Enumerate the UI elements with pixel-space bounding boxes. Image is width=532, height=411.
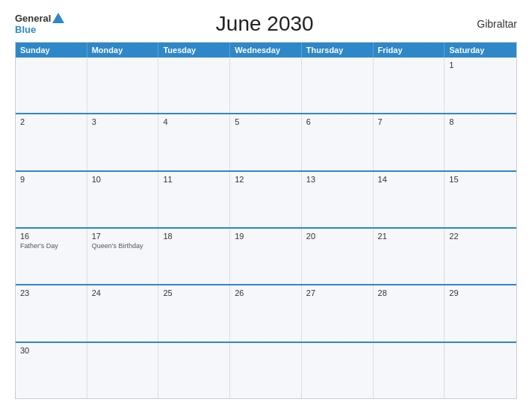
day-header-sunday: Sunday [16, 43, 87, 58]
day-number: 23 [20, 288, 82, 297]
day-header-wednesday: Wednesday [230, 43, 302, 58]
day-cell [158, 343, 230, 398]
logo-blue-text: Blue [15, 25, 36, 35]
day-number: 24 [92, 288, 154, 297]
week-row-6: 30 [16, 342, 516, 398]
page-title: June 2030 [64, 12, 465, 36]
day-cell: 5 [230, 114, 302, 170]
day-number: 30 [20, 346, 82, 355]
day-cell: 19 [230, 229, 302, 284]
page-header: General Blue June 2030 Gibraltar [15, 12, 517, 36]
day-cell: 20 [302, 229, 374, 284]
day-cell [374, 58, 445, 113]
day-cell: 17Queen's Birthday [87, 229, 159, 284]
week-row-4: 16Father's Day17Queen's Birthday18192021… [16, 227, 516, 284]
day-cell [230, 343, 302, 398]
day-cell [87, 343, 159, 398]
day-cell: 28 [374, 285, 445, 341]
day-number: 5 [235, 117, 297, 126]
week-row-2: 2345678 [16, 113, 516, 170]
day-number: 29 [449, 288, 512, 297]
day-cell: 8 [445, 114, 516, 170]
week-row-3: 9101112131415 [16, 170, 516, 227]
day-cell: 3 [87, 114, 159, 170]
day-cell: 16Father's Day [16, 229, 87, 284]
day-cell [445, 343, 516, 398]
week-row-1: 1 [16, 58, 516, 113]
day-number: 10 [92, 175, 154, 184]
day-number: 16 [20, 232, 82, 241]
day-cell: 4 [158, 114, 230, 170]
day-cell: 14 [374, 172, 445, 227]
day-number: 15 [449, 175, 512, 184]
weeks-container: 12345678910111213141516Father's Day17Que… [16, 58, 516, 398]
day-cell [87, 58, 159, 113]
day-number: 14 [378, 175, 440, 184]
event-text: Father's Day [20, 242, 82, 250]
day-cell: 25 [158, 285, 230, 341]
logo-row1: General [15, 13, 64, 25]
day-number: 4 [163, 117, 225, 126]
day-number: 22 [449, 232, 512, 241]
day-number: 17 [92, 232, 154, 241]
day-number: 27 [306, 288, 368, 297]
day-cell: 18 [158, 229, 230, 284]
day-number: 26 [235, 288, 297, 297]
day-cell [230, 58, 302, 113]
day-cell: 22 [445, 229, 516, 284]
day-cell [158, 58, 230, 113]
day-cell: 24 [87, 285, 159, 341]
day-cell: 11 [158, 172, 230, 227]
day-cell: 30 [16, 343, 87, 398]
day-header-thursday: Thursday [302, 43, 374, 58]
day-header-saturday: Saturday [445, 43, 516, 58]
day-cell [16, 58, 87, 113]
logo-triangle-icon [52, 13, 64, 23]
day-cell: 15 [445, 172, 516, 227]
day-number: 9 [20, 175, 82, 184]
day-number: 6 [306, 117, 368, 126]
day-header-tuesday: Tuesday [158, 43, 230, 58]
day-cell: 1 [445, 58, 516, 113]
event-text: Queen's Birthday [92, 242, 154, 250]
day-cell: 2 [16, 114, 87, 170]
day-number: 1 [449, 61, 512, 69]
day-cell: 6 [302, 114, 374, 170]
day-number: 11 [163, 175, 225, 184]
day-number: 2 [20, 117, 82, 126]
day-cell: 29 [445, 285, 516, 341]
day-number: 19 [235, 232, 297, 241]
day-cell: 7 [374, 114, 445, 170]
day-cell: 27 [302, 285, 374, 341]
day-header-monday: Monday [87, 43, 159, 58]
day-cell [374, 343, 445, 398]
day-cell [302, 58, 374, 113]
day-cell: 21 [374, 229, 445, 284]
day-number: 18 [163, 232, 225, 241]
day-number: 13 [306, 175, 368, 184]
day-number: 12 [235, 175, 297, 184]
day-cell: 12 [230, 172, 302, 227]
logo-general-text: General [15, 13, 51, 24]
day-cell: 23 [16, 285, 87, 341]
day-headers-row: SundayMondayTuesdayWednesdayThursdayFrid… [16, 43, 516, 58]
day-cell: 10 [87, 172, 159, 227]
country-label: Gibraltar [465, 18, 517, 30]
day-number: 8 [449, 117, 512, 126]
week-row-5: 23242526272829 [16, 284, 516, 341]
day-number: 25 [163, 288, 225, 297]
day-number: 7 [378, 117, 440, 126]
logo-block: General Blue [15, 13, 64, 35]
day-cell: 13 [302, 172, 374, 227]
calendar-page: General Blue June 2030 Gibraltar SundayM… [0, 0, 532, 411]
calendar-grid: SundayMondayTuesdayWednesdayThursdayFrid… [15, 42, 517, 399]
day-number: 21 [378, 232, 440, 241]
day-cell: 26 [230, 285, 302, 341]
day-header-friday: Friday [374, 43, 445, 58]
day-cell [302, 343, 374, 398]
day-number: 28 [378, 288, 440, 297]
day-number: 3 [92, 117, 154, 126]
day-number: 20 [306, 232, 368, 241]
logo: General Blue [15, 13, 64, 35]
day-cell: 9 [16, 172, 87, 227]
